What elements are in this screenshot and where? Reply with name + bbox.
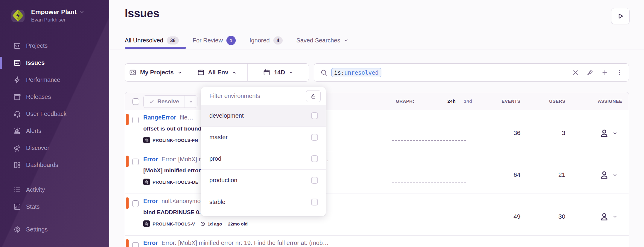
row-checkbox[interactable] [132, 159, 139, 165]
project-badge-icon [143, 179, 150, 185]
assignee-dropdown[interactable] [599, 170, 617, 180]
project-filter-dropdown[interactable]: My Projects [125, 64, 186, 81]
search-token-value: unresolved [344, 69, 378, 76]
page-title: Issues [125, 7, 159, 20]
pin-icon [587, 69, 593, 76]
org-name: Empower Plant [31, 8, 77, 16]
env-option-label: production [209, 177, 237, 184]
issue-title-link[interactable]: RangeError [143, 114, 176, 121]
chevron-down-icon [344, 38, 349, 43]
env-option-checkbox[interactable] [311, 155, 318, 162]
column-graph-24h-toggle[interactable]: 24h [447, 99, 456, 104]
gear-icon [13, 225, 21, 234]
events-count: 49 [484, 213, 520, 220]
row-checkbox[interactable] [132, 117, 139, 123]
environment-filter-dropdown[interactable]: All Env [186, 64, 247, 81]
headset-icon [13, 110, 21, 118]
environment-filter-input[interactable]: Filter environments [209, 93, 260, 99]
sidebar-item-label: Settings [26, 226, 48, 233]
clear-search-button[interactable] [572, 69, 579, 76]
sidebar-item-releases[interactable]: Releases [0, 88, 109, 105]
tab-bar: All Unresolved 36 For Review 1 Ignored 4… [125, 36, 349, 45]
projects-icon [13, 42, 21, 50]
env-option-checkbox[interactable] [311, 199, 318, 205]
resolve-button[interactable]: Resolve [144, 96, 185, 108]
row-checkbox[interactable] [132, 242, 139, 247]
env-option-production[interactable]: production [201, 170, 326, 191]
sidebar-item-label: Projects [26, 42, 48, 49]
sidebar-item-user-feedback[interactable]: User Feedback [0, 105, 109, 122]
issue-graph-sparkline [392, 182, 466, 182]
tab-label: All Unresolved [125, 37, 163, 44]
env-option-checkbox[interactable] [311, 177, 318, 184]
date-range-dropdown[interactable]: 14D [247, 64, 309, 81]
active-tab-underline [125, 47, 186, 49]
tab-count-badge: 36 [167, 36, 179, 45]
issue-times: 1d ago | 22mo old [200, 221, 248, 226]
create-saved-search-button[interactable] [602, 69, 608, 76]
project-slug: PROLINK-TOOLS-FN [153, 138, 198, 143]
search-token-key: is: [334, 69, 344, 76]
search-input[interactable]: is:unresolved [314, 63, 629, 82]
sidebar-item-alerts[interactable]: Alerts [0, 122, 109, 139]
env-option-stable[interactable]: stable [201, 191, 326, 213]
user-icon [599, 128, 609, 138]
org-switcher[interactable]: Empower Plant Evan Purkhiser [11, 8, 84, 23]
tab-saved-searches[interactable]: Saved Searches [296, 37, 349, 44]
resolve-button-group: Resolve [143, 95, 197, 108]
environment-filter-label: All Env [208, 69, 229, 76]
lock-filter-button[interactable] [306, 90, 321, 102]
calendar-icon [263, 69, 270, 76]
env-option-development[interactable]: development [201, 105, 326, 127]
play-button[interactable] [611, 8, 630, 24]
issue-title-link[interactable]: Error [143, 198, 158, 204]
error-level-bar [126, 156, 129, 167]
sidebar-item-projects[interactable]: Projects [0, 37, 109, 54]
siren-icon [13, 127, 21, 135]
select-all-checkbox[interactable] [133, 98, 139, 105]
project-slug: PROLINK-TOOLS-V [153, 221, 195, 226]
time-separator: | [224, 221, 226, 226]
lightning-icon [13, 76, 21, 84]
sidebar: Empower Plant Evan Purkhiser Projects Is… [0, 0, 109, 247]
env-option-prod[interactable]: prod [201, 148, 326, 170]
issue-culprit: Error: [MobX] minified error nr: 19. Fin… [162, 240, 329, 246]
issue-graph-sparkline [392, 140, 466, 141]
sidebar-item-label: Dashboards [26, 162, 58, 168]
tab-ignored[interactable]: Ignored 4 [249, 36, 283, 45]
column-graph-14d-toggle[interactable]: 14d [464, 99, 472, 104]
tab-all-unresolved[interactable]: All Unresolved 36 [125, 36, 179, 45]
chevron-up-icon [232, 70, 237, 75]
archive-icon [13, 93, 21, 101]
search-token: is:unresolved [331, 68, 381, 77]
sidebar-item-stats[interactable]: Stats [0, 198, 109, 215]
issue-title-link[interactable]: Error [143, 240, 158, 246]
assignee-dropdown[interactable] [599, 212, 617, 222]
sidebar-item-activity[interactable]: Activity [0, 181, 109, 198]
resolve-dropdown-button[interactable] [185, 96, 197, 108]
assignee-dropdown[interactable] [599, 128, 617, 138]
sidebar-item-label: Performance [26, 76, 60, 83]
issues-table: Resolve GRAPH: 24h 14d EVENTS USERS ASSI… [125, 92, 629, 247]
pin-search-button[interactable] [587, 69, 593, 76]
sidebar-item-settings[interactable]: Settings [0, 221, 109, 238]
tab-for-review[interactable]: For Review 1 [193, 36, 236, 45]
env-option-master[interactable]: master [201, 127, 326, 148]
chevron-down-icon [177, 70, 182, 75]
sidebar-item-issues[interactable]: Issues [0, 54, 109, 71]
issue-title-link[interactable]: Error [143, 156, 158, 162]
row-checkbox[interactable] [132, 200, 139, 207]
sidebar-item-dashboards[interactable]: Dashboards [0, 157, 109, 174]
tab-count-badge: 4 [273, 36, 283, 45]
activity-list-icon [13, 186, 21, 194]
env-option-checkbox[interactable] [311, 134, 318, 141]
search-menu-button[interactable] [616, 69, 623, 76]
sidebar-item-discover[interactable]: Discover [0, 139, 109, 157]
projects-icon [129, 69, 136, 76]
sidebar-item-performance[interactable]: Performance [0, 71, 109, 88]
org-logo-icon [11, 8, 25, 23]
env-option-checkbox[interactable] [311, 112, 318, 119]
close-icon [572, 69, 579, 76]
events-count: 64 [484, 171, 520, 178]
chevron-down-icon [289, 70, 293, 75]
